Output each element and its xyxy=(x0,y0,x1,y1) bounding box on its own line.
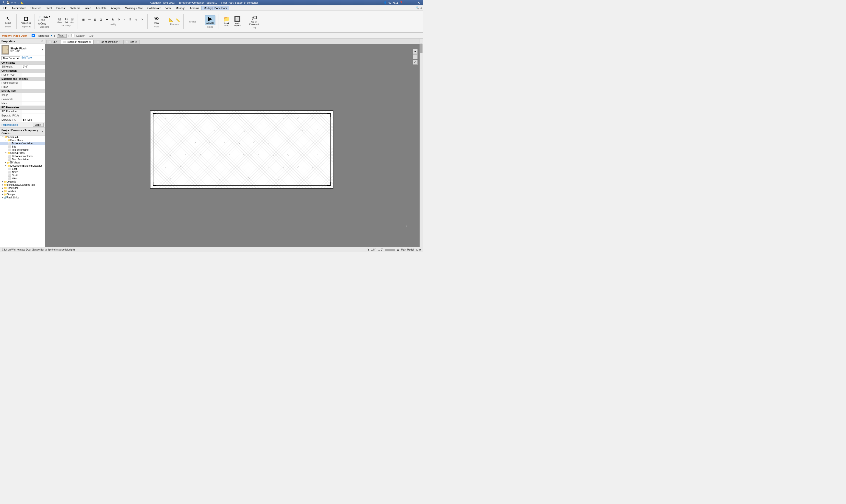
pb-item-bottom-container-cp[interactable]: ⬜ Bottom of container xyxy=(0,155,45,158)
measure-dist-btn[interactable]: 📐 xyxy=(168,18,174,22)
align-btn[interactable]: ⊞ xyxy=(81,17,86,23)
edit-type-link[interactable]: Edit Type xyxy=(21,56,32,60)
prop-value-ifc-predefine[interactable] xyxy=(22,110,45,113)
select-btn[interactable]: ↖ Select xyxy=(3,15,13,25)
menu-systems[interactable]: Systems xyxy=(68,6,82,10)
minimize-btn[interactable]: — xyxy=(404,1,409,5)
menu-file[interactable]: File xyxy=(1,6,9,10)
pb-ceiling-plans-expand[interactable]: ▼ xyxy=(5,152,7,154)
menu-architecture[interactable]: Architecture xyxy=(10,6,28,10)
type-dropdown-arrow[interactable]: ▾ xyxy=(42,48,43,51)
properties-btn[interactable]: ⊡ Properties xyxy=(20,15,32,25)
pb-revit-links-expand[interactable]: ▶ xyxy=(2,196,3,199)
menu-modify-place-door[interactable]: Modify | Place Door xyxy=(201,6,229,10)
new-doors-select[interactable]: New Doors xyxy=(1,56,20,60)
qat-measure[interactable]: 📐 xyxy=(21,1,24,4)
pb-views-expand[interactable]: ▼ xyxy=(2,136,4,138)
tags-btn[interactable]: Tags... xyxy=(57,34,66,38)
qat-print[interactable]: 🖨 xyxy=(17,1,20,4)
prop-value-export-ifc-as[interactable] xyxy=(22,114,45,118)
pb-sheets-expand[interactable]: ▶ xyxy=(2,187,3,189)
menu-analyze[interactable]: Analyze xyxy=(109,6,122,10)
mirror-pick-btn[interactable]: ⊟ xyxy=(92,17,98,23)
pb-item-bottom-container-fp[interactable]: ⬜ Bottom of container xyxy=(0,142,45,145)
menu-collaborate[interactable]: Collaborate xyxy=(145,6,163,10)
pb-legends[interactable]: ▶ 📁 Legends xyxy=(0,180,45,183)
pb-schedules[interactable]: ▶ 📁 Schedules/Quantities (all) xyxy=(0,183,45,186)
view-canvas[interactable]: + − ⤢ xyxy=(45,44,420,247)
pb-elev-east[interactable]: ⬜ East xyxy=(0,167,45,170)
tab-site-close-icon[interactable]: ✕ xyxy=(135,41,137,43)
pb-views-all[interactable]: ▼ 📂 Views (all) xyxy=(0,136,45,139)
properties-close-icon[interactable]: ✕ xyxy=(41,39,43,43)
pb-elevations-expand[interactable]: ▼ xyxy=(5,165,7,167)
prop-group-construction[interactable]: Construction xyxy=(0,69,45,73)
pb-3d-views[interactable]: ▶ 📁 3D Views xyxy=(0,161,45,164)
pb-families[interactable]: ▶ 📁 Families xyxy=(0,190,45,193)
mirror-draw-btn[interactable]: ⊠ xyxy=(99,17,104,23)
pb-item-site-fp[interactable]: ⬜ Site xyxy=(0,145,45,148)
help-btn[interactable]: ❓ xyxy=(400,1,403,4)
view-tab-top-container[interactable]: ⬜ Top of container ✕ xyxy=(94,40,123,44)
prop-value-frame-material[interactable] xyxy=(22,81,45,85)
pb-floor-plans[interactable]: ▼ 📁 Floor Plans xyxy=(0,139,45,142)
prop-value-finish[interactable] xyxy=(22,85,45,89)
zoom-out-btn[interactable]: − xyxy=(413,54,418,59)
menu-view[interactable]: View xyxy=(163,6,173,10)
pb-elev-north[interactable]: ⬜ North xyxy=(0,170,45,174)
model-inplace-btn[interactable]: 🔲 ModelIn-place xyxy=(232,16,242,27)
qat-undo[interactable]: ↩ xyxy=(11,1,13,4)
pb-groups[interactable]: ▶ 📁 Groups xyxy=(0,193,45,196)
help-search-icon[interactable]: 🔍 xyxy=(416,6,419,10)
activate-btn[interactable]: ▶ Activate xyxy=(205,15,215,25)
copy-btn[interactable]: ⎘ Copy xyxy=(38,22,51,25)
fit-btn[interactable]: ⤢ xyxy=(413,60,418,65)
orientation-dropdown[interactable]: ▾ xyxy=(51,34,52,37)
expand-icon[interactable]: ⊟ xyxy=(420,6,422,10)
pb-elevations[interactable]: ▼ 📁 Elevations (Building Elevation) xyxy=(0,164,45,167)
menu-precast[interactable]: Precast xyxy=(54,6,67,10)
leader-checkbox[interactable] xyxy=(71,34,74,37)
pb-ceiling-plans[interactable]: ▼ 📁 Ceiling Plans xyxy=(0,151,45,155)
menu-addins[interactable]: Add-Ins xyxy=(188,6,201,10)
move-btn[interactable]: ✛ xyxy=(104,17,110,23)
horizontal-checkbox[interactable] xyxy=(32,34,35,37)
scale-btn[interactable]: ⤡ xyxy=(134,17,139,23)
view-tab-3d[interactable]: ⬜ (3D) xyxy=(46,40,60,44)
pb-floor-plans-expand[interactable]: ▼ xyxy=(5,139,7,141)
pb-elev-west[interactable]: ⬜ West xyxy=(0,177,45,180)
menu-annotate[interactable]: Annotate xyxy=(94,6,108,10)
pb-groups-expand[interactable]: ▶ xyxy=(2,193,3,196)
pb-3d-expand[interactable]: ▶ xyxy=(5,161,6,164)
settings-icon[interactable]: ⚙ xyxy=(419,248,421,251)
cope-btn[interactable]: ⊡ Cope xyxy=(56,17,63,24)
prop-value-export-ifc[interactable]: By Type xyxy=(22,118,45,122)
v-scroll-thumb[interactable] xyxy=(420,43,423,53)
trim-btn[interactable]: ⌐ xyxy=(122,17,127,23)
prop-group-identity[interactable]: Identity Data xyxy=(0,89,45,93)
delete-btn[interactable]: ✕ xyxy=(140,17,145,23)
prop-group-constraints[interactable]: Constraints xyxy=(0,61,45,65)
measure-elev-btn[interactable]: 📏 xyxy=(175,18,181,22)
tag-on-placement-btn[interactable]: 🏷 Tag onPlacement xyxy=(248,15,260,26)
maximize-btn[interactable]: □ xyxy=(411,1,415,5)
tab-bottom-close-icon[interactable]: ✕ xyxy=(89,41,91,43)
menu-manage[interactable]: Manage xyxy=(174,6,188,10)
cut-btn[interactable]: ✂ Cut xyxy=(38,19,51,22)
pb-legends-expand[interactable]: ▶ xyxy=(2,181,3,183)
pb-sheets[interactable]: ▶ 📁 Sheets (all) xyxy=(0,186,45,190)
menu-insert[interactable]: Insert xyxy=(83,6,93,10)
pb-elev-south[interactable]: ⬜ South xyxy=(0,174,45,177)
tab-top-close-icon[interactable]: ✕ xyxy=(119,41,120,43)
prop-value-mark[interactable] xyxy=(22,102,45,105)
menu-structure[interactable]: Structure xyxy=(29,6,43,10)
view-btn[interactable]: 👁 View xyxy=(152,15,161,25)
pb-families-expand[interactable]: ▶ xyxy=(2,190,3,192)
prop-value-image[interactable] xyxy=(22,93,45,97)
prop-value-sill-height[interactable]: 0' 0" xyxy=(22,65,45,69)
cut-geo-btn[interactable]: ✂ Cut xyxy=(64,17,69,24)
menu-steel[interactable]: Steel xyxy=(44,6,54,10)
qat-redo[interactable]: ↪ xyxy=(14,1,16,4)
pb-item-top-container-cp[interactable]: ⬜ Top of container xyxy=(0,158,45,161)
close-btn[interactable]: ✕ xyxy=(417,1,421,5)
